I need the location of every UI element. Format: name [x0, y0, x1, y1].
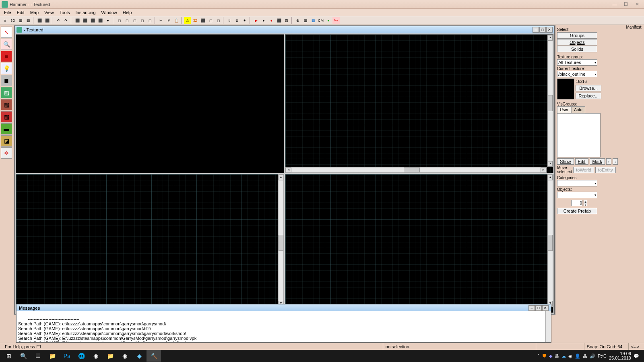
- close-button[interactable]: ✕: [632, 1, 642, 8]
- tray-clock[interactable]: 19:09 25.01.2019: [609, 352, 631, 360]
- toggle-grid-icon[interactable]: #: [2, 17, 9, 24]
- overlay-tool-icon[interactable]: ▬: [1, 123, 12, 134]
- texture-lock-icon[interactable]: 3Z: [192, 17, 199, 24]
- tray-chevron-icon[interactable]: ˄: [537, 354, 540, 359]
- tray-onedrive-icon[interactable]: ☁: [561, 354, 566, 359]
- tray-steam-icon[interactable]: ◉: [568, 354, 572, 359]
- group-icon[interactable]: ⬛: [81, 17, 89, 24]
- visgroups-tab-user[interactable]: User: [557, 106, 571, 113]
- messages-scrollbar[interactable]: [545, 311, 551, 342]
- portalfile-icon[interactable]: ⊡: [283, 17, 290, 24]
- file-explorer-icon[interactable]: 📁: [45, 350, 60, 362]
- msg-close-button[interactable]: ✕: [542, 305, 549, 311]
- texture-left-icon[interactable]: tl: [226, 17, 233, 24]
- menu-file[interactable]: File: [2, 10, 14, 15]
- scrollbar-vertical[interactable]: ▴▾: [547, 174, 553, 307]
- show-helpers-icon[interactable]: ♦: [268, 17, 275, 24]
- visgroups-down-button[interactable]: ↓: [613, 158, 618, 165]
- entity-tool-icon[interactable]: 💡: [1, 63, 12, 74]
- photoshop-icon[interactable]: Ps: [60, 350, 74, 362]
- menu-edit[interactable]: Edit: [14, 10, 27, 15]
- selection-tool-icon[interactable]: ↖: [1, 27, 12, 38]
- messages-body[interactable]: ----------------------------------- Sear…: [17, 311, 551, 342]
- spin-up-button[interactable]: ▴: [584, 200, 587, 203]
- cut-icon[interactable]: ✂: [157, 17, 165, 24]
- msg-maximize-button[interactable]: □: [535, 305, 542, 311]
- magnify-tool-icon[interactable]: 🔍: [1, 39, 12, 50]
- displacement-walk-icon[interactable]: ✦: [241, 17, 248, 24]
- tray-network-icon[interactable]: 🖧: [583, 354, 587, 358]
- viewport-top[interactable]: ▴▾ ◂▸: [285, 34, 553, 173]
- texture-tool-icon[interactable]: ▨: [1, 87, 12, 98]
- edit-cordon-icon[interactable]: ◻: [123, 17, 130, 24]
- doc-minimize-button[interactable]: –: [533, 27, 539, 33]
- clipping-tool-icon[interactable]: ◪: [1, 135, 12, 147]
- displacement-mask-icon[interactable]: ⊕: [233, 17, 241, 24]
- objects-select[interactable]: [557, 192, 597, 198]
- visgroups-list[interactable]: [557, 113, 601, 157]
- hide-items-icon[interactable]: ♦: [260, 17, 267, 24]
- tray-printer-icon[interactable]: 🖶: [555, 354, 559, 358]
- hammer-taskbar-icon[interactable]: 🔨: [147, 350, 161, 362]
- maximize-button[interactable]: ☐: [621, 1, 631, 8]
- scrollbar-horizontal[interactable]: ◂▸: [285, 167, 547, 173]
- chrome-icon[interactable]: 🌐: [74, 350, 89, 362]
- run-map-icon[interactable]: ▶: [252, 17, 260, 24]
- menu-view[interactable]: View: [42, 10, 56, 15]
- grid-smaller-icon[interactable]: ▦: [17, 17, 24, 24]
- start-button[interactable]: ⊞: [2, 350, 16, 362]
- select-groups-button[interactable]: Groups: [557, 32, 597, 39]
- viewport-3d[interactable]: [16, 34, 284, 173]
- show-visgroups-icon[interactable]: ▦: [310, 17, 317, 24]
- save-window-icon[interactable]: ⬛: [43, 17, 51, 24]
- toworld-button[interactable]: toWorld: [573, 167, 594, 173]
- toggle-sprites-icon[interactable]: ◻: [146, 17, 153, 24]
- tray-volume-icon[interactable]: 🔊: [590, 354, 595, 359]
- steam2-icon[interactable]: ◉: [118, 350, 132, 362]
- visgroups-mark-button[interactable]: Mark: [590, 158, 605, 165]
- menu-help[interactable]: Help: [120, 10, 134, 15]
- toggle-3d-grid-icon[interactable]: 3D: [9, 17, 17, 24]
- viewport-side[interactable]: ▴▾ ◂▸: [285, 174, 553, 313]
- paste-icon[interactable]: 📋: [173, 17, 180, 24]
- folder-icon[interactable]: 📁: [103, 350, 118, 362]
- show-detail-icon[interactable]: ⊕: [294, 17, 301, 24]
- vertex-tool-icon[interactable]: ✲: [1, 147, 12, 159]
- align-face-icon[interactable]: ◻: [215, 17, 222, 24]
- visgroups-show-button[interactable]: Show: [557, 158, 574, 165]
- visgroups-up-button[interactable]: ↑: [606, 158, 611, 165]
- load-window-icon[interactable]: ⬛: [36, 17, 43, 24]
- current-texture-select[interactable]: /black_outline: [557, 71, 597, 77]
- tray-discord-icon[interactable]: ◆: [549, 354, 552, 359]
- scrollbar-vertical[interactable]: ▴▾: [547, 35, 553, 167]
- block-tool-icon[interactable]: ◼: [1, 75, 12, 86]
- app1-icon[interactable]: ◆: [132, 350, 147, 362]
- doc-maximize-button[interactable]: □: [539, 27, 546, 33]
- browse-button[interactable]: Browse...: [576, 85, 601, 91]
- categories-select[interactable]: [557, 180, 597, 186]
- camera-tool-icon[interactable]: ■: [1, 51, 12, 62]
- quick-hide-icon[interactable]: ⬛: [275, 17, 283, 24]
- menu-window[interactable]: Window: [99, 10, 120, 15]
- radius-culling-icon[interactable]: ◻: [131, 17, 138, 24]
- select-solids-button[interactable]: Solids: [557, 46, 597, 52]
- msg-minimize-button[interactable]: –: [528, 305, 535, 311]
- replace-button[interactable]: Replace...: [576, 93, 601, 99]
- texture-lock-scale-icon[interactable]: ⬛: [199, 17, 206, 24]
- texture-group-select[interactable]: All Textures: [557, 59, 597, 66]
- toggle-auto-select-icon[interactable]: ⚠: [184, 17, 191, 24]
- tray-people-icon[interactable]: 👤: [575, 354, 580, 359]
- menu-instancing[interactable]: Instancing: [73, 10, 98, 15]
- show-models-icon[interactable]: ●: [325, 17, 332, 24]
- decal-tool-icon[interactable]: ▧: [1, 111, 12, 122]
- carve-icon[interactable]: ⬛: [74, 17, 81, 24]
- doc-close-button[interactable]: ✕: [546, 27, 553, 33]
- minimize-button[interactable]: —: [609, 1, 620, 8]
- menu-map[interactable]: Map: [28, 10, 41, 15]
- tray-notifications-icon[interactable]: 💬: [634, 354, 639, 359]
- align-world-icon[interactable]: ◻: [207, 17, 214, 24]
- faces-spinner[interactable]: [571, 200, 582, 206]
- create-prefab-button[interactable]: Create Prefab: [557, 208, 597, 214]
- toggle-cordon-icon[interactable]: ◻: [116, 17, 123, 24]
- show-nodraws-icon[interactable]: ▦: [302, 17, 309, 24]
